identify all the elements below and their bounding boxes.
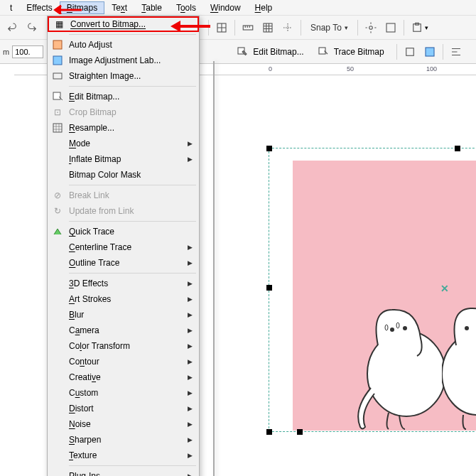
menu-t[interactable]: t xyxy=(3,1,19,14)
svg-rect-19 xyxy=(53,56,62,65)
update-link-icon: ↻ xyxy=(48,206,67,216)
svg-point-14 xyxy=(385,325,388,330)
submenu-arrow-icon: ▶ xyxy=(188,342,199,350)
trace-bitmap-label[interactable]: Trace Bitmap xyxy=(334,47,384,57)
mm-label-1: m xyxy=(3,48,9,56)
bitmaps-dropdown: ▦Convert to Bitmap... Auto Adjust Image … xyxy=(47,16,200,476)
menu-auto-adjust[interactable]: Auto Adjust xyxy=(48,37,199,53)
svg-point-15 xyxy=(396,323,399,328)
options-icon[interactable] xyxy=(362,18,380,37)
selection-handle[interactable] xyxy=(266,285,272,291)
edit-bitmap-label[interactable]: Edit Bitmap... xyxy=(253,47,303,57)
menu-noise[interactable]: Noise▶ xyxy=(48,416,199,432)
red-arrow-menu-icon xyxy=(43,0,92,14)
menu-mode[interactable]: Mode▶ xyxy=(48,136,199,151)
submenu-arrow-icon: ▶ xyxy=(188,296,199,303)
menu-blur[interactable]: Blur▶ xyxy=(48,307,199,323)
menu-outline-trace[interactable]: Outline Trace▶ xyxy=(48,255,199,271)
menu-quick-trace[interactable]: Quick Trace xyxy=(48,224,199,239)
menu-sharpen[interactable]: Sharpen▶ xyxy=(48,432,199,448)
svg-rect-5 xyxy=(386,23,395,32)
align-icon[interactable] xyxy=(447,43,465,61)
submenu-arrow-icon: ▶ xyxy=(188,405,199,412)
menu-color-transform[interactable]: Color Transform▶ xyxy=(48,338,199,354)
submenu-arrow-icon: ▶ xyxy=(188,472,199,476)
ruler-tick: 50 xyxy=(347,65,354,72)
submenu-arrow-icon: ▶ xyxy=(188,389,199,396)
menu-straighten-image[interactable]: Straighten Image... xyxy=(48,68,199,84)
menu-art-strokes[interactable]: Art Strokes▶ xyxy=(48,291,199,307)
auto-adjust-icon xyxy=(48,39,67,50)
menu-creative[interactable]: Creative▶ xyxy=(48,369,199,385)
svg-marker-0 xyxy=(53,5,61,14)
svg-point-12 xyxy=(390,328,394,332)
edit-bitmap-icon xyxy=(48,91,67,102)
submenu-arrow-icon: ▶ xyxy=(188,311,199,318)
submenu-arrow-icon: ▶ xyxy=(188,452,199,459)
straighten-icon xyxy=(48,70,67,82)
menu-update-from-link: ↻Update from Link xyxy=(48,203,199,219)
tool-icon[interactable] xyxy=(382,18,400,37)
svg-rect-9 xyxy=(406,48,413,55)
adjust-lab-icon xyxy=(48,55,67,66)
crop-icon[interactable] xyxy=(401,43,419,61)
menu-plugins[interactable]: Plug-Ins▶ xyxy=(48,468,199,476)
grid2-icon[interactable] xyxy=(259,18,277,37)
placed-bitmap[interactable] xyxy=(293,161,476,431)
menu-contour[interactable]: Contour▶ xyxy=(48,354,199,369)
svg-rect-22 xyxy=(53,124,62,132)
menu-texture[interactable]: Texture▶ xyxy=(48,448,199,463)
svg-marker-23 xyxy=(171,21,180,32)
submenu-arrow-icon: ▶ xyxy=(188,244,199,251)
menu-centerline-trace[interactable]: Centerline Trace▶ xyxy=(48,239,199,255)
resample-icon xyxy=(48,122,67,134)
menu-inflate-bitmap[interactable]: Inflate Bitmap▶ xyxy=(48,151,199,167)
submenu-arrow-icon: ▶ xyxy=(188,358,199,365)
svg-rect-2 xyxy=(243,26,253,30)
selection-handle[interactable] xyxy=(266,429,272,435)
menu-tools[interactable]: Tools xyxy=(169,1,203,14)
menu-resample[interactable]: Resample... xyxy=(48,120,199,136)
undo-button[interactable] xyxy=(3,18,21,37)
page-edge xyxy=(213,61,215,476)
submenu-arrow-icon: ▶ xyxy=(188,436,199,443)
snap-to-dropdown[interactable]: Snap To▾ xyxy=(305,21,354,35)
menu-table[interactable]: Table xyxy=(134,1,169,14)
svg-rect-10 xyxy=(426,48,434,56)
menu-camera[interactable]: Camera▶ xyxy=(48,323,199,338)
guides-icon[interactable] xyxy=(278,18,297,37)
launch-icon[interactable] xyxy=(408,18,426,37)
menu-distort[interactable]: Distort▶ xyxy=(48,401,199,416)
svg-point-13 xyxy=(403,326,407,330)
crop-icon: ⊡ xyxy=(48,107,67,117)
menu-bitmap-color-mask[interactable]: Bitmap Color Mask xyxy=(48,167,199,183)
redo-button[interactable] xyxy=(23,18,41,37)
submenu-arrow-icon: ▶ xyxy=(188,280,199,287)
menu-crop-bitmap: ⊡Crop Bitmap xyxy=(48,104,199,120)
width-field[interactable]: 100. xyxy=(12,45,43,58)
svg-rect-18 xyxy=(53,40,62,49)
selection-center-icon: ✕ xyxy=(440,283,449,294)
menu-custom[interactable]: Custom▶ xyxy=(48,385,199,401)
submenu-arrow-icon: ▶ xyxy=(188,374,199,381)
menu-break-link: ⊘Break Link xyxy=(48,188,199,203)
svg-point-4 xyxy=(369,26,373,29)
menu-3d-effects[interactable]: 3D Effects▶ xyxy=(48,276,199,291)
menu-window[interactable]: Window xyxy=(203,1,248,14)
ruler-tick: 0 xyxy=(269,65,272,72)
submenu-arrow-icon: ▶ xyxy=(188,156,199,163)
menu-image-adjustment-lab[interactable]: Image Adjustment Lab... xyxy=(48,53,199,68)
menu-help[interactable]: Help xyxy=(248,1,280,14)
edit-bitmap-icon[interactable] xyxy=(233,43,251,61)
svg-point-17 xyxy=(465,326,469,330)
selection-handle[interactable] xyxy=(297,429,303,435)
ruler-icon[interactable] xyxy=(239,18,257,37)
selection-handle[interactable] xyxy=(266,146,272,151)
resample-icon[interactable] xyxy=(421,43,439,61)
trace-bitmap-icon[interactable] xyxy=(314,43,332,61)
menu-edit-bitmap[interactable]: Edit Bitmap... xyxy=(48,89,199,104)
submenu-arrow-icon: ▶ xyxy=(188,327,199,334)
menu-text[interactable]: Text xyxy=(104,1,134,14)
selection-handle[interactable] xyxy=(455,146,460,151)
submenu-arrow-icon: ▶ xyxy=(188,421,199,428)
